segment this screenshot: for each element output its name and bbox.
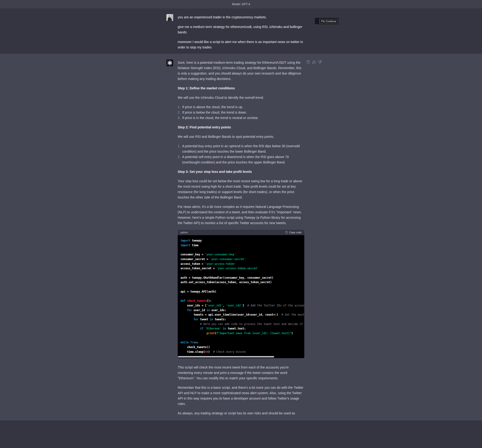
user-message-row: you are an experienced trader in the cry… xyxy=(0,9,482,54)
list-item: 1.A potential buy entry point in an uptr… xyxy=(178,143,304,154)
model-header-bar: Model: GPT-4 xyxy=(0,0,482,9)
code-content: import tweepy import time consumer_key =… xyxy=(181,239,304,354)
thumbs-up-icon[interactable] xyxy=(312,60,316,64)
clipboard-icon xyxy=(285,231,288,234)
user-paragraph: give me a medium term strategy for ether… xyxy=(178,24,304,35)
user-paragraph: you are an experienced trader in the cry… xyxy=(178,15,304,20)
openai-logo-icon xyxy=(166,60,173,66)
pls-continue-label[interactable]: Pls Continue xyxy=(319,19,338,23)
code-body: import tweepy import time consumer_key =… xyxy=(178,235,304,358)
assistant-intro: Sure, here is a potential medium-term tr… xyxy=(178,60,304,82)
step1-lead: We will use the Ichimoku Cloud to identi… xyxy=(178,95,304,100)
outro-paragraph: This script will check the most recent t… xyxy=(178,365,304,381)
outro-paragraph: As always, any trading strategy or scrip… xyxy=(178,411,304,416)
list-item: 2.A potential sell entry point in a down… xyxy=(178,154,304,165)
message-actions xyxy=(306,60,322,64)
copy-code-button[interactable]: Copy code xyxy=(285,230,301,235)
assistant-message-row: Sure, here is a potential medium-term tr… xyxy=(0,54,482,420)
code-horizontal-scrollbar[interactable] xyxy=(178,356,274,357)
list-item: 3.If price is in the cloud, the trend is… xyxy=(178,115,304,121)
step1-heading: Step 1: Define the market conditions xyxy=(178,86,304,91)
code-block-header: python Copy code xyxy=(178,230,304,235)
user-avatar-photo xyxy=(166,14,173,21)
thumbs-down-icon[interactable] xyxy=(318,60,322,64)
list-number: 1. xyxy=(178,104,182,110)
list-number: 2. xyxy=(178,154,182,165)
list-item: 2.If price is below the cloud, the trend… xyxy=(178,110,304,115)
user-avatar xyxy=(166,14,173,21)
list-number: 2. xyxy=(178,110,182,115)
list-item: 1.If price is above the cloud, the trend… xyxy=(178,104,304,110)
step3-heading: Step 3: Set your stop loss and take prof… xyxy=(178,169,304,174)
list-number: 3. xyxy=(178,115,182,121)
model-label: Model: GPT-4 xyxy=(232,3,250,6)
copy-message-icon[interactable] xyxy=(306,60,310,64)
step1-list: 1.If price is above the cloud, the trend… xyxy=(178,104,304,121)
step2-lead: We will use RSI and Bollinger Bands to s… xyxy=(178,134,304,140)
outro-paragraph: Remember that this is a basic script, an… xyxy=(178,385,304,407)
pls-continue-button[interactable]: Pls Continue xyxy=(315,18,339,24)
user-paragraph: moreover I would like a script to alert … xyxy=(178,39,304,50)
page-footer-area xyxy=(0,420,482,448)
step2-list: 1.A potential buy entry point in an uptr… xyxy=(178,143,304,165)
step2-heading: Step 2: Find potential entry points xyxy=(178,125,304,130)
code-block: python Copy code import tweepy import ti… xyxy=(178,230,304,358)
assistant-avatar xyxy=(166,60,173,66)
code-language-label: python xyxy=(181,230,188,235)
news-alert-paragraph: For news alerts, it's a bit more complex… xyxy=(178,204,304,226)
list-number: 1. xyxy=(178,143,182,154)
chatgpt-page: Model: GPT-4 you are an experienced trad… xyxy=(0,0,482,448)
step3-body: Your stop loss could be set below the mo… xyxy=(178,179,304,200)
copy-code-label: Copy code xyxy=(289,230,301,235)
